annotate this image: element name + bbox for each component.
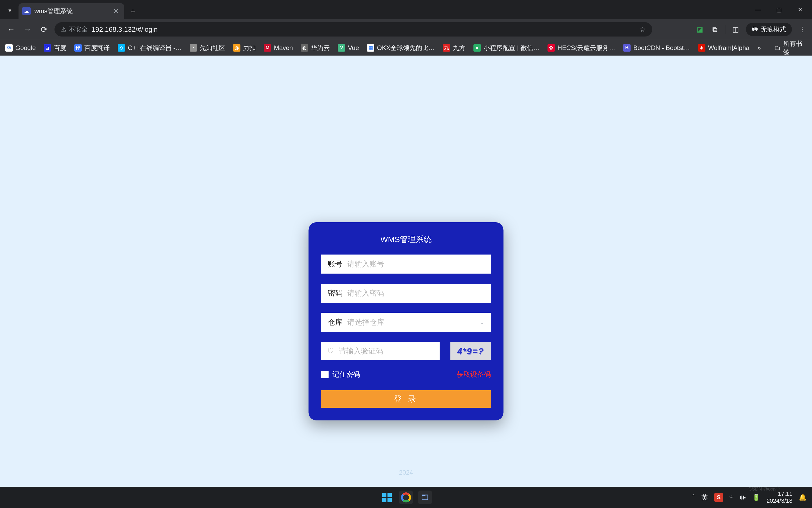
tray-chevron-icon[interactable]: ˄ [692,494,695,501]
svg-rect-0 [382,493,387,497]
bookmark-item[interactable]: 九九方 [443,44,465,52]
login-button[interactable]: 登 录 [321,390,491,408]
minimize-button[interactable]: ― [749,3,767,16]
bookmarks-bar: GGoogle百百度译百度翻译◇C++在线编译器 -…·先知社区◑力扣MMave… [0,40,812,55]
bookmark-label: BootCDN - Bootst… [633,44,690,52]
start-button[interactable] [380,491,394,504]
forward-button[interactable]: → [22,24,33,35]
battery-icon[interactable]: 🔋 [752,494,760,501]
bookmark-item[interactable]: ✶Wolfram|Alpha [698,44,750,52]
warehouse-select[interactable] [347,318,475,327]
bookmark-favicon: M [264,44,271,52]
chrome-taskbar-icon[interactable] [399,491,413,504]
watermark: CSDN @o无心 [749,486,780,492]
window-controls: ― ▢ ✕ [749,1,812,19]
warehouse-label: 仓库 [328,317,343,327]
reload-button[interactable]: ⟳ [38,24,50,35]
bookmark-star-icon[interactable]: ☆ [639,25,646,34]
security-indicator[interactable]: ⚠ 不安全 [61,25,88,34]
account-field[interactable]: 账号 [321,255,491,273]
clock-date: 2024/3/18 [767,497,793,504]
remember-password[interactable]: 记住密码 [321,370,360,379]
bookmark-item[interactable]: ◐华为云 [301,44,330,52]
all-bookmarks-label: 所有书签 [783,39,807,56]
security-label: 不安全 [69,25,88,34]
bookmark-item[interactable]: VVue [338,44,359,52]
chrome-icon [401,493,411,502]
volume-icon[interactable]: 🕪 [739,494,746,501]
ime-indicator[interactable]: S [714,493,723,502]
captcha-input[interactable] [339,347,434,355]
warning-icon: ⚠ [61,26,66,33]
windows-taskbar: 🗔 ˄ 英 S ⌔ 🕪 🔋 17:11 2024/3/18 🔔 CSDN @o无… [0,487,812,508]
bookmark-label: 先知社区 [200,44,225,52]
get-device-code-link[interactable]: 获取设备码 [456,370,491,379]
folder-icon: 🗀 [774,44,780,52]
app-taskbar-icon[interactable]: 🗔 [418,491,432,504]
tab-favicon: ☁ [22,7,31,15]
bookmark-label: 华为云 [311,44,330,52]
bookmark-label: HECS(云耀云服务… [557,44,616,52]
taskbar-clock[interactable]: 17:11 2024/3/18 [767,491,793,505]
captcha-text: 4*9=? [457,346,484,356]
bookmark-favicon: ✿ [547,44,555,52]
bookmark-favicon: G [5,44,13,52]
bookmark-favicon: ◑ [233,44,240,52]
bookmark-favicon: B [623,44,631,52]
login-title: WMS管理系统 [321,234,491,245]
password-input[interactable] [347,289,485,297]
wifi-icon[interactable]: ⌔ [729,494,733,501]
tab-search-dropdown[interactable]: ▾ [4,4,16,16]
new-tab-button[interactable]: ＋ [126,4,140,17]
back-button[interactable]: ← [5,24,17,35]
extension-icon[interactable]: ◪ [695,25,704,34]
remember-checkbox[interactable] [321,371,329,378]
bookmark-item[interactable]: MMaven [264,44,293,52]
password-label: 密码 [328,288,343,298]
side-panel-button[interactable]: ◫ [731,25,740,34]
svg-rect-3 [388,498,392,502]
bookmark-label: 力扣 [243,44,256,52]
bookmark-item[interactable]: 译百度翻译 [74,44,110,52]
bookmark-item[interactable]: 百百度 [44,44,66,52]
bookmark-item[interactable]: ▦OKX全球领先的比… [367,44,435,52]
bookmarks-overflow-icon[interactable]: » [757,44,761,52]
bookmark-item[interactable]: ·先知社区 [190,44,225,52]
bookmark-favicon: ▦ [367,44,374,52]
extensions-button[interactable]: ⧉ [710,25,719,34]
account-label: 账号 [328,259,343,269]
bookmark-favicon: 九 [443,44,450,52]
tab-close-icon[interactable]: ✕ [113,7,119,15]
notifications-icon[interactable]: 🔔 [799,494,807,501]
bookmark-item[interactable]: ◇C++在线编译器 -… [118,44,182,52]
all-bookmarks-button[interactable]: 🗀所有书签 [774,39,807,56]
ime-language[interactable]: 英 [702,493,708,502]
bookmark-favicon: 译 [74,44,82,52]
account-input[interactable] [347,260,485,268]
bookmark-item[interactable]: ●小程序配置 | 微信… [473,44,540,52]
captcha-image[interactable]: 4*9=? [450,342,491,361]
omnibox[interactable]: ⚠ 不安全 192.168.3.132/#/login ☆ [54,22,652,37]
bookmark-item[interactable]: ◑力扣 [233,44,256,52]
bookmark-item[interactable]: BBootCDN - Bootst… [623,44,690,52]
bookmark-item[interactable]: GGoogle [5,44,36,52]
bookmark-label: Maven [274,44,293,52]
captcha-field[interactable]: 🛡 [321,342,440,361]
svg-rect-2 [382,498,387,502]
kebab-menu-icon[interactable]: ⋮ [798,25,807,34]
close-window-button[interactable]: ✕ [791,3,809,16]
warehouse-field[interactable]: 仓库 ⌄ [321,313,491,332]
incognito-label: 无痕模式 [761,25,786,34]
password-field[interactable]: 密码 [321,284,491,303]
incognito-indicator[interactable]: 🕶 无痕模式 [746,23,792,36]
shield-icon: 🛡 [328,347,334,355]
bookmark-label: Wolfram|Alpha [708,44,750,52]
maximize-button[interactable]: ▢ [770,3,788,16]
bookmark-label: Vue [348,44,359,52]
bookmark-item[interactable]: ✿HECS(云耀云服务… [547,44,616,52]
tab-title: wms管理系统 [34,7,109,15]
bookmark-label: OKX全球领先的比… [377,44,435,52]
browser-tab[interactable]: ☁ wms管理系统 ✕ [18,3,124,19]
incognito-icon: 🕶 [752,26,758,33]
page-viewport: WMS管理系统 账号 密码 仓库 ⌄ 🛡 4*9=? [0,55,812,487]
